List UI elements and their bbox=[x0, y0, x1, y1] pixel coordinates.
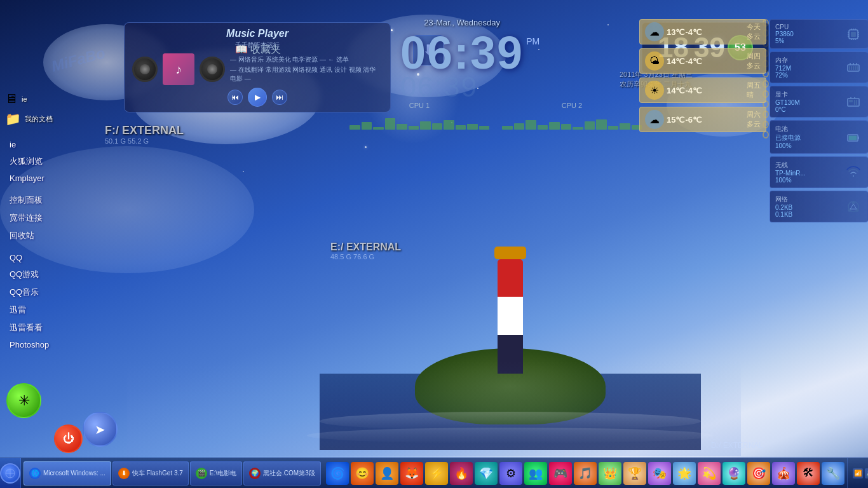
app-icon-4[interactable]: 🦊 bbox=[400, 462, 423, 485]
music-player-widget: Music Player 千千静听本运行 ♪ — 网络音乐 系统美化 电学资源 … bbox=[124, 22, 391, 112]
tray-icon-1[interactable]: 📶 bbox=[853, 468, 863, 478]
sidebar-recycle[interactable]: 回收站 bbox=[0, 227, 102, 245]
orb-navigate[interactable]: ➤ bbox=[83, 412, 118, 447]
sysinfo-memory: 内存 712M 72% bbox=[770, 51, 868, 83]
taskbar-item-flashget-label: 快车 FlashGet 3.7 bbox=[132, 469, 183, 478]
sysinfo-network: 网络 0.2KB 0.1KB bbox=[770, 191, 868, 222]
start-orb bbox=[0, 463, 20, 484]
app-icon-7[interactable]: 💎 bbox=[475, 462, 498, 485]
svg-line-37 bbox=[853, 204, 857, 209]
svg-rect-24 bbox=[849, 100, 853, 102]
sidebar-firefox[interactable]: 火狐浏览 bbox=[0, 152, 102, 170]
weather-fri-day: 周五 晴 bbox=[747, 81, 761, 100]
sidebar-ie[interactable]: ie bbox=[0, 137, 102, 152]
app-icon-5[interactable]: ⚡ bbox=[425, 462, 448, 485]
f-drive-label: F:/ EXTERNAL bbox=[105, 124, 184, 137]
app-icon-17[interactable]: 🔮 bbox=[722, 462, 745, 485]
album-art: ♪ bbox=[163, 53, 194, 85]
tray-icon-2[interactable]: 🔊 bbox=[865, 468, 868, 478]
cpu2-bar-5 bbox=[549, 122, 560, 130]
sidebar-qq-music[interactable]: QQ音乐 bbox=[0, 283, 102, 301]
app-icon-8[interactable]: ⚙ bbox=[499, 462, 522, 485]
orb-green-icon: ✳ bbox=[18, 393, 30, 409]
gpu-temp: 0°C bbox=[775, 106, 842, 113]
battery-text-group: 电池 已接电源 100% bbox=[775, 125, 842, 149]
app-icon-15[interactable]: 🌟 bbox=[673, 462, 696, 485]
weather-today-info: 13℃-4℃ bbox=[667, 27, 702, 37]
bottom-drive-label: D:/ EXTERNAL bbox=[711, 441, 763, 450]
taskbar-item-video-label: E:\电影电 bbox=[210, 469, 236, 478]
taskbar-item-ie[interactable]: 🌐 Microsoft Windows: ... bbox=[24, 461, 111, 485]
cpu1-bar-10 bbox=[456, 125, 466, 130]
orb-power[interactable]: ⏻ bbox=[54, 424, 83, 453]
svg-point-33 bbox=[852, 201, 855, 205]
left-sidebar: 🖥 ie 📁 我的文档 ie 火狐浏览 Kmplayer 控制面板 宽带连接 回… bbox=[0, 89, 102, 353]
app-icon-3[interactable]: 👤 bbox=[376, 462, 398, 485]
cpu1-meter: CPU 1 bbox=[349, 102, 489, 130]
weather-sat: ☁ 15℃-6℃ 周六 多云 bbox=[639, 107, 766, 132]
app-icon-16[interactable]: 💫 bbox=[698, 462, 721, 485]
cpu2-bar-11 bbox=[620, 123, 630, 130]
start-button[interactable] bbox=[0, 458, 21, 489]
cpu2-bar-6 bbox=[561, 124, 572, 130]
cpu1-bar-5 bbox=[397, 124, 407, 130]
sidebar-broadband[interactable]: 宽带连接 bbox=[0, 209, 102, 227]
sidebar-xunlei[interactable]: 迅雷 bbox=[0, 301, 102, 319]
sidebar-photoshop[interactable]: Photoshop bbox=[0, 337, 102, 353]
sidebar-my-docs[interactable]: 📁 我的文档 bbox=[0, 109, 102, 129]
app-icon-13[interactable]: 🏆 bbox=[623, 462, 646, 485]
memory-text-group: 内存 712M 72% bbox=[775, 56, 842, 79]
weather-thu-temp: 14℃-4℃ bbox=[667, 57, 702, 66]
app-icon-6[interactable]: 🔥 bbox=[450, 462, 473, 485]
orb-green[interactable]: ✳ bbox=[6, 383, 41, 418]
play-button[interactable]: ▶ bbox=[248, 88, 267, 107]
taskbar: 🌐 Microsoft Windows: ... ⬇ 快车 FlashGet 3… bbox=[0, 458, 868, 488]
sidebar-kmplayer[interactable]: Kmplayer bbox=[0, 170, 102, 186]
weather-fri-temp: 14℃-4℃ bbox=[667, 86, 702, 95]
right-speaker bbox=[200, 57, 225, 82]
wifi-label: 无线 bbox=[775, 161, 842, 170]
svg-rect-19 bbox=[857, 66, 858, 70]
cpu1-bar-9 bbox=[444, 120, 454, 130]
weather-fri-info: 14℃-4℃ bbox=[667, 86, 702, 95]
sidebar-my-computer[interactable]: 🖥 ie bbox=[0, 89, 102, 109]
sidebar-xunlei-watch[interactable]: 迅雷看看 bbox=[0, 319, 102, 337]
bottom-drive-widget: D:/ EXTERNAL bbox=[711, 441, 763, 450]
app-icon-9[interactable]: 👥 bbox=[524, 462, 547, 485]
sidebar-qq-games[interactable]: QQ游戏 bbox=[0, 266, 102, 283]
cpu2-bar-10 bbox=[608, 126, 619, 130]
my-docs-label: 我的文档 bbox=[25, 114, 53, 124]
sat-desc-label: 多云 bbox=[747, 119, 761, 129]
battery-status: 已接电源 bbox=[775, 133, 842, 142]
app-icon-21[interactable]: 🔧 bbox=[822, 462, 844, 485]
next-button[interactable]: ⏭ bbox=[272, 90, 287, 105]
prev-button[interactable]: ⏮ bbox=[227, 90, 243, 105]
app-icon-1[interactable]: 🌀 bbox=[326, 462, 349, 485]
speaker-inner-right bbox=[207, 64, 217, 74]
taskbar-item-web[interactable]: 🌍 黑社会.COM第3段 bbox=[243, 461, 321, 485]
app-icon-12[interactable]: 👑 bbox=[599, 462, 621, 485]
weather-icon-fri: ☀ bbox=[645, 81, 664, 100]
sidebar-control-panel[interactable]: 控制面板 bbox=[0, 191, 102, 209]
nav-bookmark[interactable]: 📖 收藏夹 bbox=[235, 43, 281, 57]
taskbar-item-flashget[interactable]: ⬇ 快车 FlashGet 3.7 bbox=[112, 461, 189, 485]
app-icon-18[interactable]: 🎯 bbox=[747, 462, 770, 485]
app-icon-10[interactable]: 🎮 bbox=[549, 462, 572, 485]
app-icon-19[interactable]: 🎪 bbox=[772, 462, 795, 485]
sysinfo-widget: CPU P3860 5% bbox=[770, 19, 868, 225]
app-icon-11[interactable]: 🎵 bbox=[574, 462, 597, 485]
power-icon: ⏻ bbox=[63, 432, 74, 445]
music-player-title: Music Player bbox=[132, 28, 383, 39]
clock-widget: 23-Mar., Wednesday 06:39 PM 06:39 bbox=[400, 18, 524, 104]
memory-percent: 72% bbox=[775, 72, 842, 79]
app-icon-20[interactable]: 🛠 bbox=[797, 462, 820, 485]
app-icon-2[interactable]: 😊 bbox=[351, 462, 374, 485]
svg-line-36 bbox=[850, 204, 853, 209]
cpu2-bar-3 bbox=[526, 120, 536, 130]
network-icon bbox=[844, 198, 862, 215]
app-icon-14[interactable]: 🎭 bbox=[648, 462, 671, 485]
weather-thu-day: 周四 多云 bbox=[747, 51, 761, 71]
sidebar-qq[interactable]: QQ bbox=[0, 250, 102, 266]
taskbar-item-video[interactable]: 🎬 E:\电影电 bbox=[190, 461, 242, 485]
wifi-value: 100% bbox=[775, 177, 842, 184]
